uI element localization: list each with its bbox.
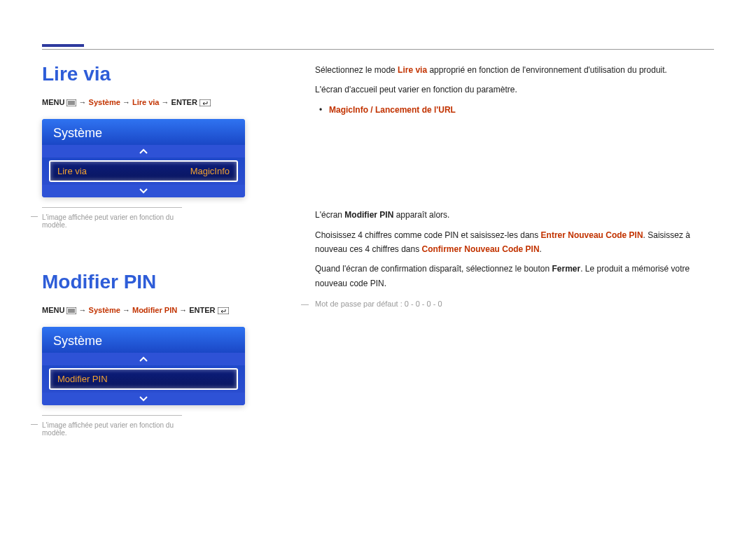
enter-icon xyxy=(200,99,211,106)
crumb-lire-via: Lire via xyxy=(132,98,160,106)
breadcrumb-tail: → ENTER xyxy=(162,98,200,106)
text: Quand l'écran de confirmation disparaît,… xyxy=(315,264,552,274)
enter-icon xyxy=(218,307,229,314)
bold-fermer: Fermer xyxy=(552,264,581,274)
text: L'écran xyxy=(315,210,344,220)
osd-panel-lire-via: Système Lire via MagicInfo xyxy=(42,119,245,197)
crumb-systeme: Système xyxy=(89,98,120,106)
highlight-lire-via: Lire via xyxy=(398,65,427,75)
para-home-screen: L'écran d'accueil peut varier en fonctio… xyxy=(315,83,714,97)
panel-item-modifier-pin[interactable]: Modifier PIN xyxy=(49,368,238,390)
bold-modifier-pin: Modifier PIN xyxy=(344,210,393,220)
para-select-mode: Sélectionnez le mode Lire via approprié … xyxy=(315,63,714,77)
panel-footnote: L'image affichée peut varier en fonction… xyxy=(42,207,182,229)
chevron-up-icon[interactable] xyxy=(42,145,245,157)
highlight-confirm-new-pin: Confirmer Nouveau Code PIN xyxy=(422,244,540,254)
para-close: Quand l'écran de confirmation disparaît,… xyxy=(315,262,714,290)
panel-item-lire-via[interactable]: Lire via MagicInfo xyxy=(49,160,238,182)
para-screen-appears: L'écran Modifier PIN apparaît alors. xyxy=(315,208,714,222)
highlight-magicinfo-url: MagicInfo / Lancement de l'URL xyxy=(329,105,456,115)
text: approprié en fonction de l'environnement… xyxy=(427,65,667,75)
panel-header: Système xyxy=(42,327,245,353)
right-section-lire-via: Sélectionnez le mode Lire via approprié … xyxy=(315,63,714,117)
breadcrumb-prefix: MENU xyxy=(42,306,66,314)
osd-panel-modifier-pin: Système Modifier PIN xyxy=(42,327,245,405)
text: Choisissez 4 chiffres comme code PIN et … xyxy=(315,230,541,240)
accent-bar xyxy=(42,44,84,47)
breadcrumb-modifier-pin: MENU → Système → Modifier PIN → ENTER xyxy=(42,306,294,314)
menu-icon xyxy=(66,307,76,314)
breadcrumb-tail: → ENTER xyxy=(179,306,217,314)
heading-lire-via: Lire via xyxy=(42,63,294,85)
arrow: → xyxy=(79,306,89,314)
svg-rect-9 xyxy=(218,307,229,314)
chevron-up-icon[interactable] xyxy=(42,353,245,365)
section-lire-via: Lire via MENU → Système → Lire via → ENT… xyxy=(42,63,294,229)
breadcrumb-lire-via: MENU → Système → Lire via → ENTER xyxy=(42,98,294,106)
arrow: → xyxy=(79,98,89,106)
breadcrumb-prefix: MENU xyxy=(42,98,66,106)
crumb-systeme: Système xyxy=(89,306,120,314)
panel-item-value: MagicInfo xyxy=(190,166,230,176)
arrow: → xyxy=(122,306,132,314)
section-modifier-pin: Modifier PIN MENU → Système → Modifier P… xyxy=(42,271,294,437)
chevron-down-icon[interactable] xyxy=(42,185,245,197)
panel-footnote: L'image affichée peut varier en fonction… xyxy=(42,415,182,437)
right-section-modifier-pin: L'écran Modifier PIN apparaît alors. Cho… xyxy=(315,208,714,311)
bullet-magicinfo-url: MagicInfo / Lancement de l'URL xyxy=(329,103,714,117)
panel-header: Système xyxy=(42,119,245,145)
text: Sélectionnez le mode xyxy=(315,65,398,75)
para-choose-code: Choisissez 4 chiffres comme code PIN et … xyxy=(315,228,714,257)
panel-item-label: Modifier PIN xyxy=(57,374,108,384)
panel-item-label: Lire via xyxy=(57,166,87,176)
menu-icon xyxy=(66,99,76,106)
text: . xyxy=(540,244,542,254)
svg-rect-4 xyxy=(200,99,211,106)
crumb-modifier-pin: Modifier PIN xyxy=(132,306,177,314)
note-default-password: Mot de passe par défaut : 0 - 0 - 0 - 0 xyxy=(315,297,714,311)
bullet-list: MagicInfo / Lancement de l'URL xyxy=(315,103,714,117)
chevron-down-icon[interactable] xyxy=(42,393,245,405)
highlight-enter-new-pin: Entrer Nouveau Code PIN xyxy=(541,230,643,240)
text: apparaît alors. xyxy=(393,210,449,220)
top-horizontal-rule xyxy=(42,49,714,50)
arrow: → xyxy=(122,98,132,106)
heading-modifier-pin: Modifier PIN xyxy=(42,271,294,293)
